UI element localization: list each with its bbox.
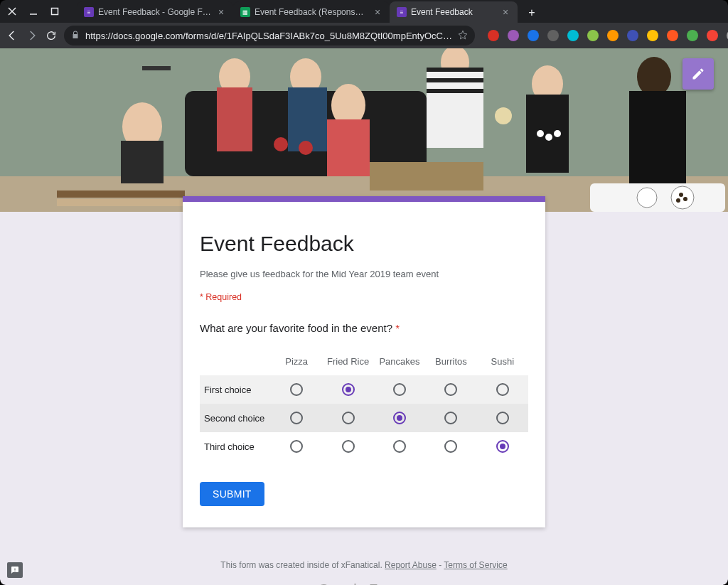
grid-row-label: Third choice — [200, 441, 271, 452]
grid-radio[interactable] — [290, 440, 303, 453]
nav-forward-button[interactable] — [26, 27, 38, 44]
grid-radio[interactable] — [496, 412, 509, 424]
pencil-icon — [691, 67, 705, 81]
nav-reload-button[interactable] — [46, 27, 57, 44]
grid-radio[interactable] — [342, 383, 355, 396]
address-bar[interactable]: https://docs.google.com/forms/d/e/1FAIpQ… — [64, 26, 475, 45]
grid-column-header: Pizza — [271, 356, 322, 367]
window-maximize-button[interactable] — [48, 5, 61, 18]
grid-radio[interactable] — [393, 440, 406, 453]
svg-point-26 — [637, 57, 671, 97]
required-label: * Required — [200, 292, 528, 302]
extension-icon[interactable] — [607, 30, 619, 41]
extension-icon[interactable] — [687, 30, 698, 41]
extension-icon[interactable] — [667, 30, 678, 41]
question-text: What are your favorite food in the event… — [200, 322, 528, 334]
browser-tab-active[interactable]: ≡ Event Feedback × — [390, 1, 518, 23]
svg-rect-0 — [52, 9, 58, 15]
svg-rect-27 — [629, 91, 686, 198]
svg-rect-6 — [57, 190, 185, 198]
svg-point-30 — [637, 188, 657, 208]
url-text: https://docs.google.com/forms/d/e/1FAIpQ… — [85, 31, 452, 41]
tab-strip: ≡ Event Feedback - Google Forms × ▦ Even… — [70, 0, 722, 23]
report-problem-button[interactable] — [7, 562, 23, 578]
form-description: Please give us feedback for the Mid Year… — [200, 269, 528, 279]
form-footer: This form was created inside of xFanatic… — [0, 560, 728, 585]
svg-point-25 — [554, 130, 561, 137]
forms-favicon-icon: ≡ — [84, 7, 94, 17]
extension-icon[interactable] — [587, 30, 599, 41]
extension-icon[interactable] — [707, 30, 718, 41]
form-title: Event Feedback — [200, 232, 528, 256]
extension-icon[interactable] — [627, 30, 638, 41]
svg-rect-22 — [526, 95, 569, 173]
forms-favicon-icon: ≡ — [397, 7, 407, 17]
svg-point-32 — [683, 197, 687, 201]
svg-point-31 — [679, 193, 683, 197]
browser-toolbar: https://docs.google.com/forms/d/e/1FAIpQ… — [0, 23, 728, 48]
form-card: Event Feedback Please give us feedback f… — [183, 196, 545, 527]
grid-radio[interactable] — [444, 412, 457, 424]
new-tab-button[interactable]: + — [522, 3, 542, 23]
form-banner-image — [0, 48, 728, 212]
grid-radio[interactable] — [444, 440, 457, 453]
grid-column-header: Sushi — [477, 356, 528, 367]
submit-button[interactable]: SUBMIT — [200, 482, 264, 506]
browser-tab[interactable]: ▦ Event Feedback (Responses) - G × — [233, 1, 390, 23]
svg-rect-36 — [142, 66, 171, 70]
extension-icon[interactable] — [647, 30, 658, 41]
grid-header-row: Pizza Fried Rice Pancakes Burritos Sushi — [200, 347, 528, 375]
svg-point-33 — [676, 198, 680, 203]
grid-column-header: Burritos — [425, 356, 476, 367]
terms-link[interactable]: Terms of Service — [444, 560, 507, 570]
sheets-favicon-icon: ▦ — [240, 7, 250, 17]
tab-title: Event Feedback (Responses) - G — [255, 7, 368, 17]
grid-column-header: Pancakes — [374, 356, 425, 367]
svg-point-24 — [545, 134, 552, 141]
grid-row: Second choice — [200, 404, 528, 432]
grid-radio[interactable] — [444, 383, 457, 396]
svg-point-23 — [537, 130, 544, 137]
svg-rect-7 — [57, 199, 185, 206]
svg-point-35 — [299, 141, 313, 155]
page-viewport: Event Feedback Please give us feedback f… — [0, 48, 728, 585]
grid-radio[interactable] — [496, 440, 509, 453]
browser-tab[interactable]: ≡ Event Feedback - Google Forms × — [77, 1, 233, 23]
edit-form-fab[interactable] — [682, 58, 714, 90]
report-abuse-link[interactable]: Report Abuse — [385, 560, 437, 570]
grid-radio[interactable] — [342, 412, 355, 424]
tab-close-button[interactable]: × — [500, 7, 510, 17]
bookmark-star-icon[interactable] — [458, 30, 468, 42]
grid-question: Pizza Fried Rice Pancakes Burritos Sushi… — [200, 347, 528, 461]
extension-icon[interactable] — [488, 30, 499, 41]
window-close-button[interactable] — [6, 5, 18, 18]
grid-row: First choice — [200, 375, 528, 404]
window-titlebar: ≡ Event Feedback - Google Forms × ▦ Even… — [0, 0, 728, 23]
google-forms-brand: Google Forms — [0, 581, 728, 585]
tab-title: Event Feedback - Google Forms — [98, 7, 212, 17]
extension-icon[interactable] — [567, 30, 579, 41]
extension-row — [488, 27, 728, 44]
grid-radio[interactable] — [342, 440, 355, 453]
grid-radio[interactable] — [496, 383, 509, 396]
tab-close-button[interactable]: × — [216, 7, 226, 17]
nav-back-button[interactable] — [6, 27, 18, 44]
svg-point-37 — [495, 107, 512, 124]
required-asterisk: * — [395, 322, 400, 334]
extension-icon[interactable] — [547, 30, 559, 41]
svg-rect-18 — [327, 119, 370, 176]
grid-radio[interactable] — [290, 412, 303, 424]
grid-column-header: Fried Rice — [322, 356, 373, 367]
grid-row-label: Second choice — [200, 413, 271, 424]
grid-radio[interactable] — [393, 383, 406, 396]
window-minimize-button[interactable] — [27, 5, 40, 18]
svg-rect-12 — [121, 141, 164, 183]
grid-row: Third choice — [200, 432, 528, 461]
footer-text: This form was created inside of xFanatic… — [220, 560, 385, 570]
grid-radio[interactable] — [393, 412, 406, 424]
tab-close-button[interactable]: × — [373, 7, 382, 17]
extension-icon[interactable] — [508, 30, 519, 41]
extension-icon[interactable] — [528, 30, 539, 41]
grid-radio[interactable] — [290, 383, 303, 396]
lock-icon — [71, 31, 80, 41]
